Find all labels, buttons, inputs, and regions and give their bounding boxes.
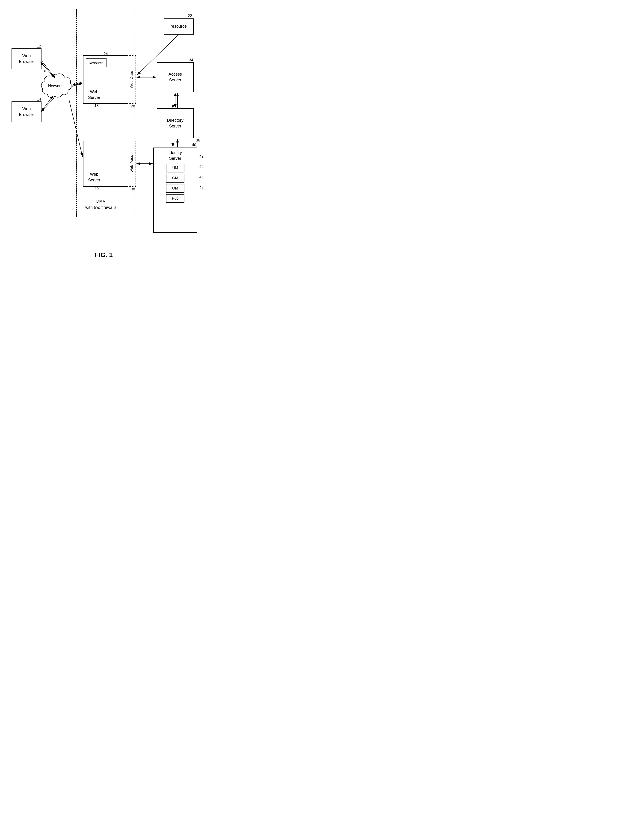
um-box: UM: [166, 164, 185, 172]
ref-28: 28: [131, 104, 135, 108]
resource-inner-box: Resource: [86, 58, 106, 67]
ref-34: 34: [189, 58, 193, 62]
um-label: UM: [172, 166, 178, 171]
ref-24: 24: [104, 52, 108, 56]
directory-server-label: DirectoryServer: [167, 118, 183, 129]
identity-server-label: IdentityServer: [169, 150, 182, 161]
access-server-box: AccessServer: [157, 62, 194, 92]
firewall-line-1: [76, 9, 77, 217]
figure-caption: FIG. 1: [95, 251, 113, 259]
ref-18: 18: [95, 104, 99, 108]
om-box: OM: [166, 184, 185, 193]
web-browser-14-box: WebBrowser: [11, 101, 41, 122]
web-server-top-label: WebServer: [88, 89, 100, 101]
ref-42: 42: [199, 155, 204, 159]
web-browser-12-box: WebBrowser: [11, 48, 41, 69]
svg-line-9: [72, 83, 82, 87]
svg-line-10: [69, 100, 82, 157]
web-browser-12-label: WebBrowser: [19, 53, 34, 65]
figure-caption-text: FIG. 1: [95, 251, 113, 258]
ref-12: 12: [37, 44, 41, 48]
svg-text:Network: Network: [48, 84, 63, 88]
resource-inner-label: Resource: [89, 60, 104, 65]
web-pass-box: Web Pass: [127, 141, 136, 187]
access-server-label: AccessServer: [169, 71, 182, 83]
web-gate-label: Web Gate: [129, 71, 134, 88]
ref-44: 44: [199, 165, 204, 169]
ref-38: 38: [131, 187, 135, 191]
web-gate-box: Web Gate: [127, 55, 136, 104]
resource-box: resource: [164, 19, 194, 35]
om-label: OM: [172, 186, 178, 191]
pub-box: Pub: [166, 194, 185, 203]
directory-server-box: DirectoryServer: [157, 108, 194, 138]
identity-server-box: IdentityServer UM GM OM Pub: [153, 147, 197, 233]
ref-40: 40: [192, 143, 196, 147]
ref-16: 16: [42, 69, 46, 73]
resource-label: resource: [170, 24, 187, 29]
svg-line-19: [72, 82, 82, 85]
diagram: resource 22 Resource WebServer 24 18 Web…: [5, 5, 203, 247]
gm-label: GM: [172, 176, 178, 181]
pub-label: Pub: [172, 196, 178, 201]
web-pass-label: Web Pass: [129, 155, 134, 172]
web-server-top-box: Resource WebServer: [83, 55, 134, 104]
ref-20: 20: [95, 187, 99, 191]
gm-box: GM: [166, 174, 185, 183]
web-server-bottom-label: WebServer: [88, 172, 100, 183]
web-browser-14-label: WebBrowser: [19, 106, 34, 118]
ref-22: 22: [188, 14, 192, 18]
dmv-label: DMVwith two firewalls: [85, 198, 117, 211]
ref-36: 36: [196, 138, 200, 142]
web-server-bottom-box: WebServer: [83, 141, 134, 187]
ref-46: 46: [199, 175, 204, 179]
network-cloud: Network 16: [39, 71, 71, 101]
dmv-text: DMVwith two firewalls: [85, 199, 117, 210]
ref-48: 48: [199, 186, 204, 190]
